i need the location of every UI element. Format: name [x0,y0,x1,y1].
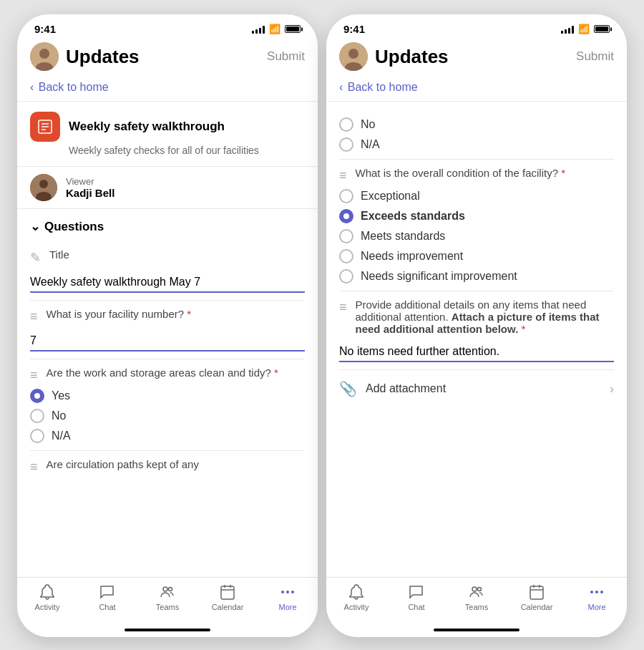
lines-icon-details: ≡ [339,300,347,315]
nav-calendar-label-2: Calendar [521,603,553,611]
battery-icon [285,25,301,33]
teams-icon-2 [468,583,485,601]
nav-activity-1[interactable]: Activity [17,583,77,611]
status-bar-2: 9:41 📶 [326,14,627,38]
phone-1: 9:41 📶 [17,14,318,637]
radio-no[interactable]: No [30,409,305,423]
questions-chevron: ⌄ [30,219,40,234]
wifi-icon: 📶 [269,24,280,34]
bottom-nav-2: Activity Chat Teams [326,577,627,623]
radio-cont-na-circle [339,137,353,152]
nav-chat-2[interactable]: Chat [386,583,447,611]
question-details-label: Provide additional details on any items … [356,299,614,335]
svg-rect-24 [530,586,543,599]
svg-point-28 [590,591,593,593]
radio-group-condition: Exceptional Exceeds standards Meets stan… [339,189,614,283]
header-2: Updates Submit [326,38,627,78]
radio-needs-improvement[interactable]: Needs improvement [339,249,614,263]
viewer-row: Viewer Kadji Bell [17,167,318,209]
question-facility: ≡ What is your facility number? * 7 [30,301,305,359]
bell-icon-1 [39,583,56,601]
add-attachment-row[interactable]: 📎 Add attachment › [339,370,614,407]
pencil-icon: ✎ [30,250,41,266]
radio-exceptional[interactable]: Exceptional [339,189,614,203]
back-link-1[interactable]: ‹ Back to home [17,78,318,102]
radio-needs-significant[interactable]: Needs significant improvement [339,269,614,283]
home-bar-2 [434,629,519,631]
question-title-label: Title [49,248,305,261]
svg-point-17 [286,591,289,593]
time-2: 9:41 [343,23,365,35]
nav-more-2[interactable]: More [567,583,627,611]
nav-calendar-2[interactable]: Calendar [507,583,567,611]
form-name: Weekly safety walkthrough [69,120,225,134]
calendar-icon-1 [219,583,236,601]
svg-point-23 [478,588,482,591]
status-bar-1: 9:41 📶 [17,14,318,38]
wifi-icon-2: 📶 [578,24,590,34]
radio-cont-no[interactable]: No [339,117,614,132]
nav-teams-1[interactable]: Teams [137,583,197,611]
more-icon-1 [279,583,296,601]
page-title-1: Updates [66,46,267,68]
nav-more-1[interactable]: More [258,583,318,611]
nav-calendar-1[interactable]: Calendar [197,583,258,611]
radio-needs-improvement-label: Needs improvement [361,250,463,263]
questions-title: Questions [44,220,104,234]
radio-meets[interactable]: Meets standards [339,229,614,243]
bell-icon-2 [348,583,365,601]
radio-group-clean: Yes No N/A [30,389,305,443]
phones-container: 9:41 📶 [3,0,641,650]
radio-na-label: N/A [52,430,71,442]
radio-yes[interactable]: Yes [30,389,305,403]
questions-header-1: ⌄ Questions [30,209,305,241]
form-icon [30,112,60,142]
question-partial-row: ≡ Are circulation paths kept of any [30,458,305,475]
radio-cont-na-label: N/A [361,138,380,151]
svg-point-29 [595,591,598,593]
nav-teams-label-2: Teams [465,603,488,611]
form-title-row: Weekly safety walkthrough [30,112,305,142]
nav-teams-label-1: Teams [156,603,179,611]
radio-needs-improvement-circle [339,249,353,263]
question-clean-row: ≡ Are the work and storage areas clean a… [30,367,305,383]
question-facility-row: ≡ What is your facility number? * [30,308,305,324]
question-facility-label: What is your facility number? * [47,308,305,320]
viewer-info: Viewer Kadji Bell [66,176,114,199]
radio-yes-circle [30,389,44,403]
radio-meets-label: Meets standards [361,230,445,243]
radio-na[interactable]: N/A [30,429,305,443]
radio-cont-na[interactable]: N/A [339,137,614,152]
radio-exceeds-circle [339,209,353,223]
question-details: ≡ Provide additional details on any item… [339,291,614,370]
attachment-label: Add attachment [366,382,601,395]
question-partial: ≡ Are circulation paths kept of any [30,451,305,482]
nav-activity-label-2: Activity [344,603,369,611]
radio-exceeds-label: Exceeds standards [361,210,465,223]
back-chevron-1: ‹ [30,81,34,93]
radio-yes-label: Yes [52,389,70,402]
radio-no-circle [30,409,44,423]
radio-exceptional-label: Exceptional [361,190,420,203]
bottom-nav-1: Activity Chat Teams [17,577,318,623]
nav-activity-2[interactable]: Activity [326,583,386,611]
question-continuation: No N/A [339,102,614,160]
question-facility-answer[interactable]: 7 [30,329,305,351]
chat-icon-1 [99,583,116,601]
submit-button-2[interactable]: Submit [576,49,614,64]
signal-icon [252,25,265,34]
question-details-answer[interactable]: No items need further attention. [339,339,614,362]
back-link-2[interactable]: ‹ Back to home [326,78,627,102]
nav-calendar-label-1: Calendar [212,603,244,611]
time-1: 9:41 [34,23,56,35]
svg-point-11 [169,588,172,591]
svg-point-30 [600,591,603,593]
nav-chat-label-2: Chat [408,603,424,611]
nav-teams-2[interactable]: Teams [447,583,507,611]
question-title-answer[interactable]: Weekly safety walkthrough May 7 [30,270,305,293]
radio-exceeds[interactable]: Exceeds standards [339,209,614,223]
svg-point-1 [39,49,49,59]
nav-chat-1[interactable]: Chat [77,583,137,611]
lines-icon-2: ≡ [30,368,38,383]
submit-button-1[interactable]: Submit [267,49,305,64]
